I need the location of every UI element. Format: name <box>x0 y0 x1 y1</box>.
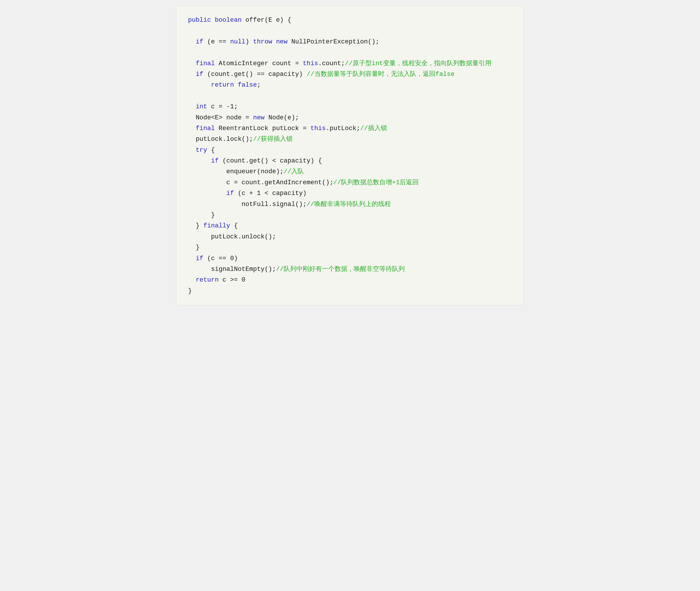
line-26: } <box>188 286 512 297</box>
line-24: signalNotEmpty();//队列中刚好有一个数据，唤醒非空等待队列 <box>188 264 512 275</box>
line-22: } <box>188 242 512 253</box>
line-1: public boolean offer(E e) { <box>188 15 512 25</box>
line-5: final AtomicInteger count = this.count;/… <box>188 58 512 69</box>
line-2 <box>188 25 512 36</box>
line-18: notFull.signal();//唤醒非满等待队列上的线程 <box>188 199 512 210</box>
code-block: public boolean offer(E e) { if (e == nul… <box>176 6 524 305</box>
line-23: if (c == 0) <box>188 253 512 264</box>
line-13: try { <box>188 145 512 155</box>
line-11: final ReentrantLock putLock = this.putLo… <box>188 123 512 134</box>
line-19: } <box>188 210 512 220</box>
line-10: Node<E> node = new Node(e); <box>188 113 512 123</box>
line-8 <box>188 91 512 102</box>
line-20: } finally { <box>188 220 512 231</box>
line-6: if (count.get() == capacity) //当数据量等于队列容… <box>188 69 512 80</box>
line-15: enqueuer(node);//入队 <box>188 166 512 177</box>
line-14: if (count.get() < capacity) { <box>188 155 512 166</box>
line-7: return false; <box>188 80 512 90</box>
line-17: if (c + 1 < capacity) <box>188 188 512 199</box>
line-3: if (e == null) throw new NullPointerExce… <box>188 37 512 47</box>
line-12: putLock.lock();//获得插入锁 <box>188 134 512 144</box>
line-25: return c >= 0 <box>188 275 512 285</box>
line-4 <box>188 47 512 58</box>
line-16: c = count.getAndIncrement();//队列数据总数自增+1… <box>188 177 512 188</box>
line-21: putLock.unlock(); <box>188 232 512 242</box>
line-9: int c = -1; <box>188 102 512 112</box>
